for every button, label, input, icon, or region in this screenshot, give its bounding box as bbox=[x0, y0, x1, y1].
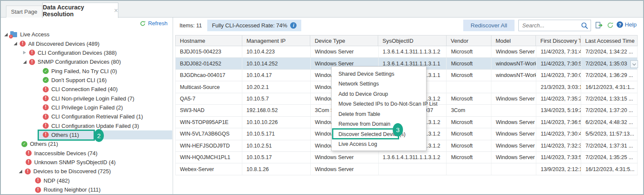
context-menu-item[interactable]: Shared Device Settings bbox=[332, 69, 426, 79]
expander[interactable] bbox=[14, 42, 20, 45]
tree-item[interactable]: !Live Access bbox=[1, 30, 172, 39]
table-cell: windowsNT-Work... bbox=[491, 58, 536, 69]
context-menu-item[interactable]: Add to Device Group bbox=[332, 89, 426, 99]
sidebar-refresh-button[interactable]: Refresh bbox=[140, 20, 168, 27]
error-icon: ! bbox=[35, 177, 41, 183]
export-icon bbox=[595, 22, 603, 29]
tree-item-label: CLI Privilege Login Failed (2) bbox=[51, 104, 123, 111]
column-header[interactable]: Last Accessed Time bbox=[581, 35, 637, 46]
table-cell: 11/4/2023, 7:36:5... bbox=[536, 117, 581, 128]
table-row[interactable]: WIN-HQ0JMCH1PL110.10.5.17Windows Server1… bbox=[176, 152, 638, 163]
tree-item[interactable]: !CLI Configuration Update Failed (3) bbox=[1, 121, 172, 130]
tree-item-label: SNMP Configuration Devices (80) bbox=[38, 59, 121, 65]
tree-item[interactable]: !CLI Non-privilege Login Failed (7) bbox=[1, 94, 172, 103]
tree-item[interactable]: !Devices to be Discovered (725) bbox=[1, 167, 172, 176]
tab-data-accuracy-resolution[interactable]: Data Accuracy Resolution × bbox=[42, 3, 118, 18]
table-cell: 11/4/2023, 7:33:5... bbox=[536, 152, 581, 163]
tree-item-label: Routing Neighbor (111) bbox=[44, 186, 100, 193]
table-cell: 11/4/2023, 7:30:4... bbox=[536, 128, 581, 139]
tree-item[interactable]: !SNMP Configuration Devices (80) bbox=[1, 57, 172, 66]
help-button[interactable]: ? Help bbox=[617, 21, 637, 28]
tree-item[interactable]: ✓Ping Failed, No Try CLI (0) bbox=[1, 66, 172, 75]
tree-item[interactable]: !NDP (482) bbox=[1, 176, 172, 185]
column-header[interactable]: Model bbox=[491, 35, 536, 46]
success-icon: ✓ bbox=[43, 68, 49, 74]
tree-item[interactable]: !All Discovered Devices (489) bbox=[1, 39, 172, 48]
table-row[interactable]: BJDJ015-00422310.10.4.223Windows Server1… bbox=[176, 46, 638, 58]
table-cell: BJDJ082-014252 bbox=[176, 58, 242, 69]
help-label: Help bbox=[625, 21, 637, 28]
column-header[interactable]: First Discovery Ti... bbox=[536, 35, 581, 46]
table-cell: WIN-HEFJSODJ9TD bbox=[176, 140, 242, 151]
table-cell: Windows Server bbox=[311, 46, 379, 57]
expander[interactable] bbox=[19, 170, 25, 173]
tree-item[interactable]: !CLI Connection Failed (40) bbox=[1, 85, 172, 94]
tree-item-label: All Discovered Devices (489) bbox=[28, 41, 100, 47]
column-header[interactable]: Vendor bbox=[447, 35, 491, 46]
chevron-down-icon bbox=[632, 62, 636, 65]
tree-item-label: Ping Failed, No Try CLI (0) bbox=[51, 68, 117, 74]
close-icon[interactable]: × bbox=[114, 7, 118, 14]
error-icon: ! bbox=[43, 132, 49, 138]
folder-icon: ! bbox=[10, 32, 18, 38]
context-menu-item[interactable]: Live Access Log bbox=[332, 139, 426, 150]
table-cell bbox=[379, 163, 447, 174]
items-count-label: Items: 11 bbox=[179, 22, 202, 29]
column-header[interactable]: Device Type bbox=[310, 35, 378, 46]
error-icon: ! bbox=[43, 114, 49, 120]
context-menu-item[interactable]: Discover Selected Device(s) bbox=[332, 129, 426, 139]
table-cell: Microsoft bbox=[447, 58, 491, 69]
table-cell bbox=[491, 105, 536, 116]
expanded-triangle-icon bbox=[4, 33, 8, 36]
table-cell: 10.10.14.252 bbox=[242, 58, 311, 69]
table-cell: 192.168.0.52 bbox=[242, 105, 311, 116]
table-cell: 10.10.10.226 bbox=[242, 117, 311, 128]
tree-item[interactable]: !Routing Neighbor (111) bbox=[1, 185, 172, 194]
column-header[interactable]: Hostname bbox=[176, 35, 242, 46]
expander[interactable] bbox=[23, 51, 29, 54]
info-icon[interactable]: i bbox=[290, 22, 297, 29]
context-menu-item[interactable]: Remove from Domain bbox=[332, 119, 426, 130]
column-header[interactable]: SysObjectID bbox=[378, 35, 447, 46]
table-cell: 10.10.5.7 bbox=[242, 93, 311, 104]
table-cell: Microsoft bbox=[447, 93, 491, 104]
table-cell: WIN-5TOP895AP1E bbox=[176, 117, 242, 128]
tree-item[interactable]: ✓Don't Support CLI (16) bbox=[1, 76, 172, 85]
table-cell: Windows Server bbox=[491, 152, 536, 163]
expander[interactable] bbox=[23, 60, 29, 64]
tree-item[interactable]: !CLI Privilege Login Failed (2) bbox=[1, 103, 172, 112]
error-icon: ! bbox=[26, 159, 32, 165]
tree-item[interactable]: ✓Others (21) bbox=[1, 139, 172, 148]
tree-item[interactable]: !CLI Configuration Retrieval Failed (1) bbox=[1, 112, 172, 121]
tree-item[interactable]: !CLI Configuration Devices (388) bbox=[1, 48, 172, 57]
help-icon: ? bbox=[617, 21, 623, 28]
table-row[interactable]: Webex-Server10.8.1.26Windows Server13/9/… bbox=[176, 163, 638, 175]
table-cell: 7/2/2024, 1:37:20 ... bbox=[581, 105, 638, 116]
tree-item[interactable]: !Inaccessible Devices (74) bbox=[1, 148, 172, 157]
table-cell: Multicast-Source bbox=[176, 81, 242, 92]
table-cell: 11/4/2023, 7:32:3... bbox=[536, 140, 581, 151]
main-pane: Items: 11 Fully CLI-Accessed Rate: 74% i… bbox=[173, 18, 643, 194]
context-menu-item[interactable]: Network Settings bbox=[332, 79, 426, 89]
search-input[interactable] bbox=[519, 22, 581, 29]
sidebar: Refresh !Live Access!All Discovered Devi… bbox=[1, 18, 173, 194]
table-cell: Webex-Server bbox=[176, 163, 242, 174]
table-cell: Windows Server bbox=[491, 140, 536, 151]
table-cell bbox=[447, 81, 491, 92]
column-header[interactable]: Management IP bbox=[242, 35, 311, 46]
tree-item[interactable]: !Unknown SNMP SysObjectID (4) bbox=[1, 158, 172, 167]
search-icon[interactable] bbox=[581, 22, 588, 30]
rediscover-all-button[interactable]: Rediscover All bbox=[463, 20, 515, 31]
table-cell: 16/12/2023, 4:31:5... bbox=[581, 163, 638, 174]
error-icon: ! bbox=[35, 187, 41, 193]
table-header: HostnameManagement IPDevice TypeSysObjec… bbox=[175, 35, 638, 46]
table-cell: QA5-7 bbox=[176, 93, 242, 104]
export-button[interactable] bbox=[595, 21, 603, 29]
row-dropdown-chevron[interactable] bbox=[630, 60, 638, 68]
tab-start-page[interactable]: Start Page bbox=[6, 6, 42, 18]
context-menu-item[interactable]: Move Selected IPs to Do-Not-Scan IP List bbox=[332, 99, 426, 109]
tree-item[interactable]: !Others (11) bbox=[1, 130, 172, 139]
table-cell: Microsoft bbox=[447, 128, 491, 139]
context-menu-item[interactable]: Delete from Table bbox=[332, 109, 426, 119]
table-refresh-button[interactable] bbox=[606, 21, 615, 29]
